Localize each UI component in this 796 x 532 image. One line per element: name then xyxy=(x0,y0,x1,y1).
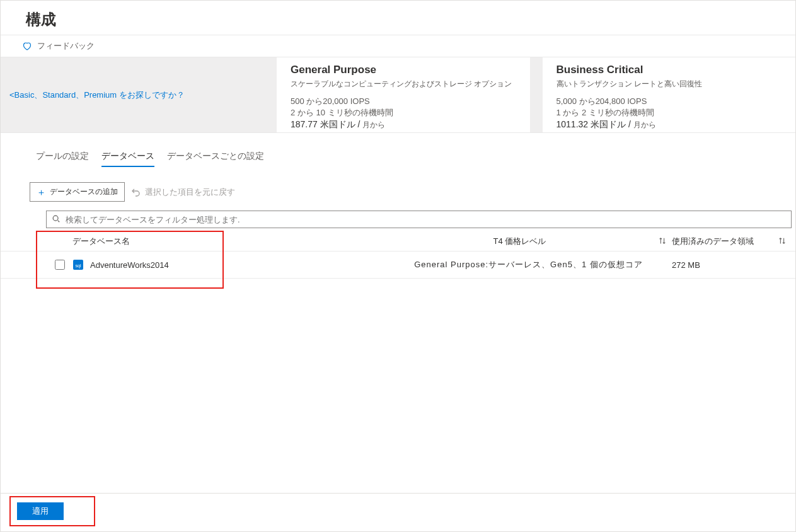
tier-price-suffix: 月から xyxy=(633,120,656,129)
tier-card-general-purpose[interactable]: General Purpose スケーラブルなコンピューティングおよびストレージ… xyxy=(264,57,530,132)
col-tier[interactable]: T4 価格レベル xyxy=(386,236,653,247)
svg-point-0 xyxy=(53,216,58,221)
tier-latency: 2 から 10 ミリ秒の待機時間 xyxy=(291,107,516,119)
body-area: プールの設定 データベース データベースごとの設定 ＋ データベースの追加 選択… xyxy=(1,133,795,493)
table-row[interactable]: sql AdventureWorks2014 General Purpose:サ… xyxy=(1,251,795,279)
footer: 適用 xyxy=(1,493,795,531)
svg-text:sql: sql xyxy=(76,263,81,269)
legacy-tier-link-panel: <Basic、Standard、Premium をお探しですか？ xyxy=(1,57,264,132)
cell-database-name: AdventureWorks2014 xyxy=(90,260,404,270)
apply-button[interactable]: 適用 xyxy=(17,502,64,520)
tier-price-value: 187.77 米国ドル / xyxy=(291,119,361,129)
undo-icon xyxy=(131,187,141,197)
plus-icon: ＋ xyxy=(37,187,46,197)
tier-iops: 5,000 から204,800 IOPS xyxy=(557,96,782,107)
tier-card-business-critical[interactable]: Business Critical 高いトランザクション レートと高い回復性 5… xyxy=(530,57,796,132)
row-checkbox[interactable] xyxy=(55,260,65,270)
database-search[interactable] xyxy=(46,211,792,228)
subtab-per-db-settings[interactable]: データベースごとの設定 xyxy=(167,151,264,167)
subtab-bar: プールの設定 データベース データベースごとの設定 xyxy=(1,151,795,167)
add-database-button[interactable]: ＋ データベースの追加 xyxy=(30,182,125,202)
col-database-name[interactable]: データベース名 xyxy=(46,236,386,247)
tier-price-value: 1011.32 米国ドル / xyxy=(557,119,631,129)
legacy-tier-link[interactable]: <Basic、Standard、Premium をお探しですか？ xyxy=(9,90,185,101)
row-checkbox-cell xyxy=(46,258,72,272)
sql-database-icon: sql xyxy=(72,259,84,270)
undo-selection-label: 選択した項目を元に戻す xyxy=(145,187,235,198)
feedback-label: フィードバック xyxy=(37,40,95,52)
database-search-input[interactable] xyxy=(64,214,786,225)
col-used-space[interactable]: 使用済みのデータ領域 xyxy=(672,236,773,247)
page-title: 構成 xyxy=(26,9,780,30)
toolbar: ＋ データベースの追加 選択した項目を元に戻す xyxy=(1,182,795,211)
feedback-bar[interactable]: フィードバック xyxy=(1,35,795,57)
tier-subtitle: スケーラブルなコンピューティングおよびストレージ オプション xyxy=(291,79,516,90)
tier-price: 1011.32 米国ドル / 月から xyxy=(557,119,782,130)
add-database-label: データベースの追加 xyxy=(50,187,118,197)
tier-latency: 1 から 2 ミリ秒の待機時間 xyxy=(557,107,782,119)
tier-title: General Purpose xyxy=(291,64,516,76)
tier-price-suffix: 月から xyxy=(362,120,385,129)
tier-subtitle: 高いトランザクション レートと高い回復性 xyxy=(557,79,782,90)
tier-price: 187.77 米国ドル / 月から xyxy=(291,119,516,130)
cell-used-space: 272 MB xyxy=(672,260,773,270)
cell-tier: General Purpose:サーバーレス、Gen5、1 個の仮想コア xyxy=(404,259,653,270)
undo-selection-button: 選択した項目を元に戻す xyxy=(131,187,235,198)
tier-title: Business Critical xyxy=(557,64,782,76)
tier-iops: 500 から20,000 IOPS xyxy=(291,96,516,107)
page-header: 構成 xyxy=(1,1,795,35)
table-header: データベース名 T4 価格レベル 使用済みのデータ領域 xyxy=(1,232,795,251)
table-container: データベース名 T4 価格レベル 使用済みのデータ領域 xyxy=(1,232,795,279)
subtab-pool-settings[interactable]: プールの設定 xyxy=(36,151,89,167)
subtab-databases[interactable]: データベース xyxy=(101,151,154,167)
tier-row: <Basic、Standard、Premium をお探しですか？ General… xyxy=(1,57,795,133)
sort-used-icon[interactable] xyxy=(773,236,792,247)
search-icon xyxy=(52,214,61,225)
heart-icon xyxy=(22,41,32,51)
sort-tier-icon[interactable] xyxy=(653,236,672,247)
